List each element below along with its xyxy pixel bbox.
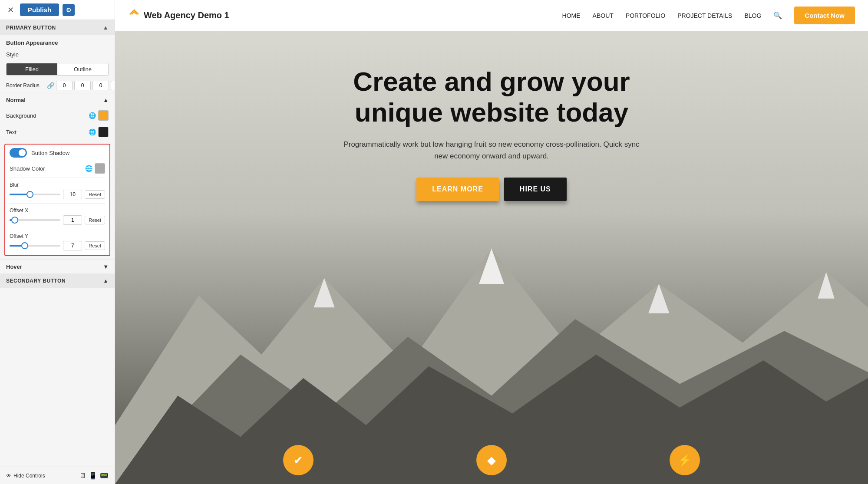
- offset-x-reset-button[interactable]: Reset: [85, 216, 105, 224]
- view-buttons: 🖥 📱 📟: [79, 471, 109, 480]
- logo-text: Web Agency Demo 1: [144, 10, 229, 20]
- offset-y-slider-track[interactable]: [10, 245, 60, 247]
- hero-section: Create and grow your unique website toda…: [115, 31, 868, 484]
- chain-icon[interactable]: 🔗: [47, 82, 54, 89]
- publish-button[interactable]: Publish: [20, 3, 59, 16]
- chevron-up-icon-normal: ▲: [103, 97, 109, 103]
- style-label: Style: [6, 51, 41, 58]
- nav-link-home[interactable]: HOME: [562, 12, 581, 19]
- hover-label: Hover: [6, 263, 22, 270]
- offset-x-section: Offset X Reset: [5, 205, 109, 227]
- hide-controls-button[interactable]: 👁 Hide Controls: [6, 473, 45, 479]
- mobile-view-button[interactable]: 📟: [100, 471, 109, 480]
- site-nav: Web Agency Demo 1 HOME ABOUT PORTOFOLIO …: [115, 0, 868, 31]
- nav-link-portofolio[interactable]: PORTOFOLIO: [626, 12, 665, 19]
- radius-input-1[interactable]: [56, 81, 73, 90]
- nav-link-blog[interactable]: BLOG: [744, 12, 761, 19]
- offset-y-reset-button[interactable]: Reset: [85, 241, 105, 250]
- outline-button[interactable]: Outline: [57, 63, 108, 75]
- eye-icon: 👁: [6, 473, 11, 479]
- settings-button[interactable]: ⚙: [63, 4, 75, 16]
- chevron-up-icon-secondary: ▲: [103, 278, 109, 284]
- style-row: Style: [0, 49, 115, 60]
- text-label: Text: [6, 129, 17, 135]
- offset-x-input[interactable]: [63, 215, 82, 225]
- button-shadow-toggle[interactable]: [10, 148, 27, 158]
- left-panel: ✕ Publish ⚙ PRIMARY BUTTON ▲ Button Appe…: [0, 0, 115, 484]
- primary-button-section-header[interactable]: PRIMARY BUTTON ▲: [0, 20, 115, 35]
- blur-label: Blur: [10, 182, 105, 188]
- hide-controls-label: Hide Controls: [13, 473, 45, 479]
- border-radius-label: Border Radius: [6, 82, 45, 89]
- button-shadow-row: Button Shadow: [5, 145, 109, 161]
- globe-icon-shadow[interactable]: 🌐: [85, 165, 92, 172]
- site-nav-links: HOME ABOUT PORTOFOLIO PROJECT DETAILS BL…: [562, 7, 855, 24]
- lightning-icon-circle: ⚡: [670, 445, 700, 475]
- hero-buttons: LEARN MORE HIRE US: [340, 178, 644, 201]
- radius-input-3[interactable]: [92, 81, 109, 90]
- offset-x-slider-track[interactable]: [10, 219, 60, 221]
- offset-y-section: Offset Y Reset: [5, 231, 109, 253]
- shadow-section: Button Shadow Shadow Color 🌐 Blur Reset: [4, 144, 110, 256]
- normal-section-header[interactable]: Normal ▲: [0, 93, 115, 107]
- background-color-row: Background 🌐: [0, 107, 115, 124]
- main-content: Web Agency Demo 1 HOME ABOUT PORTOFOLIO …: [115, 0, 868, 484]
- shadow-color-row: Shadow Color 🌐: [5, 161, 109, 176]
- secondary-button-section-header[interactable]: SECONDARY BUTTON ▲: [0, 273, 115, 288]
- filled-button[interactable]: Filled: [7, 63, 57, 75]
- offset-x-label: Offset X: [10, 207, 105, 214]
- close-button[interactable]: ✕: [4, 4, 17, 16]
- text-color-row: Text 🌐: [0, 124, 115, 140]
- normal-label: Normal: [6, 97, 26, 103]
- diamond-icon-circle: ◆: [476, 445, 507, 475]
- style-toggle[interactable]: Filled Outline: [6, 63, 109, 76]
- text-color-swatch[interactable]: [98, 127, 109, 137]
- background-color-swatch[interactable]: [98, 110, 109, 121]
- blur-reset-button[interactable]: Reset: [85, 190, 105, 199]
- hire-us-button[interactable]: HIRE US: [504, 178, 567, 201]
- shadow-color-swatch[interactable]: [95, 163, 105, 174]
- secondary-button-label: SECONDARY BUTTON: [6, 278, 66, 284]
- radius-input-4[interactable]: [111, 81, 115, 90]
- button-appearance-label: Button Appearance: [0, 35, 115, 49]
- button-shadow-label: Button Shadow: [31, 150, 69, 156]
- chevron-down-icon: ▼: [103, 263, 109, 270]
- contact-now-button[interactable]: Contact Now: [794, 7, 855, 24]
- nav-link-project-details[interactable]: PROJECT DETAILS: [677, 12, 732, 19]
- hover-section-header[interactable]: Hover ▼: [0, 260, 115, 273]
- logo-icon: [128, 8, 140, 23]
- globe-icon-text[interactable]: 🌐: [89, 128, 96, 135]
- primary-button-label: PRIMARY BUTTON: [6, 25, 56, 31]
- learn-more-button[interactable]: LEARN MORE: [416, 178, 499, 201]
- panel-topbar: ✕ Publish ⚙: [0, 0, 115, 20]
- bottom-controls: 👁 Hide Controls 🖥 📱 📟: [0, 467, 115, 484]
- shadow-color-label: Shadow Color: [10, 165, 45, 172]
- radius-input-2[interactable]: [74, 81, 91, 90]
- tablet-view-button[interactable]: 📱: [89, 471, 97, 480]
- blur-input[interactable]: [63, 190, 82, 199]
- nav-link-about[interactable]: ABOUT: [593, 12, 614, 19]
- border-radius-row: Border Radius 🔗 ↺: [0, 78, 115, 93]
- blur-slider-track[interactable]: [10, 194, 60, 195]
- hero-content: Create and grow your unique website toda…: [340, 66, 644, 201]
- search-icon[interactable]: 🔍: [773, 11, 782, 20]
- background-label: Background: [6, 112, 36, 119]
- hero-subtitle: Programmatically work but low hanging fr…: [340, 138, 644, 162]
- chevron-up-icon: ▲: [103, 24, 109, 31]
- offset-y-label: Offset Y: [10, 233, 105, 239]
- site-logo: Web Agency Demo 1: [128, 8, 229, 23]
- offset-y-input[interactable]: [63, 241, 82, 250]
- desktop-view-button[interactable]: 🖥: [79, 471, 86, 480]
- icons-row: ✔ ◆ ⚡: [115, 432, 868, 484]
- hero-title: Create and grow your unique website toda…: [340, 66, 644, 128]
- check-icon-circle: ✔: [283, 445, 314, 475]
- blur-section: Blur Reset: [5, 180, 109, 201]
- globe-icon-bg[interactable]: 🌐: [89, 112, 96, 119]
